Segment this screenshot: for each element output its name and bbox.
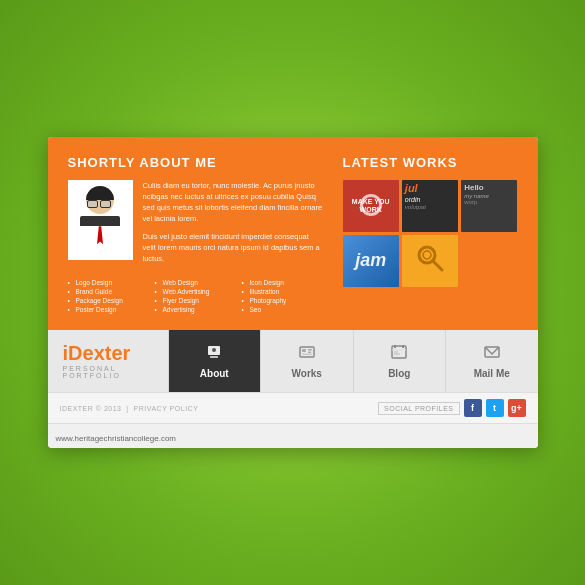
avatar-head	[86, 186, 114, 214]
nav-logo: iDexter PERSONAL PORTFOLIO	[48, 330, 168, 392]
works-title: LATEST WORKS	[343, 155, 518, 170]
skills-grid: Logo Design Brand Guide Package Design P…	[68, 278, 323, 314]
logo-dexter: Dexter	[68, 342, 130, 364]
works-section: LATEST WORKS MAKE YOUWORK jul ordin volu…	[343, 155, 518, 315]
skill-item: Icon Design	[242, 278, 323, 287]
skill-item: Web Advertising	[155, 287, 236, 296]
skill-col-3: Icon Design Illustration Photography Seo	[242, 278, 323, 314]
svg-rect-6	[300, 347, 314, 357]
nav-mail[interactable]: Mail Me	[445, 330, 538, 392]
skill-item: Web Design	[155, 278, 236, 287]
about-paragraph-1: Culiis diam eu tortor, nunc molestie. Ac…	[143, 180, 323, 225]
footer-bar: IDEXTER © 2013 | PRIVACY POLICY SOCIAL P…	[48, 392, 538, 423]
skill-item: Flyer Design	[155, 296, 236, 305]
about-icon	[206, 344, 222, 364]
nav-works-label: Works	[292, 368, 322, 379]
svg-rect-8	[308, 349, 312, 351]
nav-blog-label: Blog	[388, 368, 410, 379]
works-grid: MAKE YOUWORK jul ordin volutpat Hello my…	[343, 180, 518, 287]
skill-item: Illustration	[242, 287, 323, 296]
svg-rect-4	[210, 356, 218, 358]
facebook-button[interactable]: f	[464, 399, 482, 417]
blog-icon	[391, 344, 407, 364]
nav-mail-label: Mail Me	[474, 368, 510, 379]
skill-item: Seo	[242, 305, 323, 314]
logo-tagline: PERSONAL PORTFOLIO	[63, 365, 153, 379]
skill-col-1: Logo Design Brand Guide Package Design P…	[68, 278, 149, 314]
nav-bar: iDexter PERSONAL PORTFOLIO About	[48, 330, 538, 392]
skill-item: Logo Design	[68, 278, 149, 287]
about-paragraph-2: Duis vel justo elemit tincidunt imperdie…	[143, 231, 323, 265]
search-icon	[414, 242, 446, 279]
skill-item: Poster Design	[68, 305, 149, 314]
svg-point-2	[423, 251, 431, 259]
svg-point-5	[212, 348, 216, 352]
svg-rect-10	[302, 353, 312, 355]
skill-item: Advertising	[155, 305, 236, 314]
skill-item: Brand Guide	[68, 287, 149, 296]
svg-rect-9	[308, 351, 311, 353]
about-text: Culiis diam eu tortor, nunc molestie. Ac…	[143, 180, 323, 271]
svg-rect-16	[394, 353, 400, 354]
footer-brand: IDEXTER	[60, 405, 94, 412]
svg-rect-12	[394, 345, 396, 348]
work-thumb-1[interactable]: MAKE YOUWORK	[343, 180, 399, 232]
work-thumb-3[interactable]: Hello my name worp	[461, 180, 517, 232]
skill-col-2: Web Design Web Advertising Flyer Design …	[155, 278, 236, 314]
mail-icon	[484, 344, 500, 364]
svg-rect-14	[392, 349, 406, 350]
work-thumb-5[interactable]	[402, 235, 458, 287]
footer-right: SOCIAL PROFILES f t g+	[378, 399, 525, 417]
svg-rect-7	[302, 349, 306, 352]
works-icon	[299, 344, 315, 364]
nav-about-label: About	[200, 368, 229, 379]
nav-blog[interactable]: Blog	[353, 330, 446, 392]
svg-rect-15	[394, 351, 398, 352]
googleplus-button[interactable]: g+	[508, 399, 526, 417]
footer-policy-link[interactable]: PRIVACY POLICY	[134, 405, 199, 412]
social-profiles-label: SOCIAL PROFILES	[378, 402, 459, 415]
url-text: www.heritagechristiancollege.com	[56, 434, 177, 443]
svg-line-1	[433, 261, 442, 270]
about-title: SHORTLY ABOUT ME	[68, 155, 323, 170]
work-thumb-2[interactable]: jul ordin volutpat	[402, 180, 458, 232]
logo-text: iDexter	[63, 343, 131, 363]
footer-copyright: © 2013	[96, 405, 122, 412]
nav-about[interactable]: About	[168, 330, 261, 392]
footer-left: IDEXTER © 2013 | PRIVACY POLICY	[60, 405, 199, 412]
skill-item: Package Design	[68, 296, 149, 305]
twitter-button[interactable]: t	[486, 399, 504, 417]
work-thumb-4[interactable]: jam	[343, 235, 399, 287]
url-bar: www.heritagechristiancollege.com	[48, 423, 538, 448]
about-section: SHORTLY ABOUT ME	[68, 155, 323, 315]
main-content: SHORTLY ABOUT ME	[48, 137, 538, 331]
skill-item: Photography	[242, 296, 323, 305]
nav-works[interactable]: Works	[260, 330, 353, 392]
avatar	[68, 180, 133, 260]
svg-rect-13	[402, 345, 404, 348]
browser-frame: SHORTLY ABOUT ME	[48, 137, 538, 449]
